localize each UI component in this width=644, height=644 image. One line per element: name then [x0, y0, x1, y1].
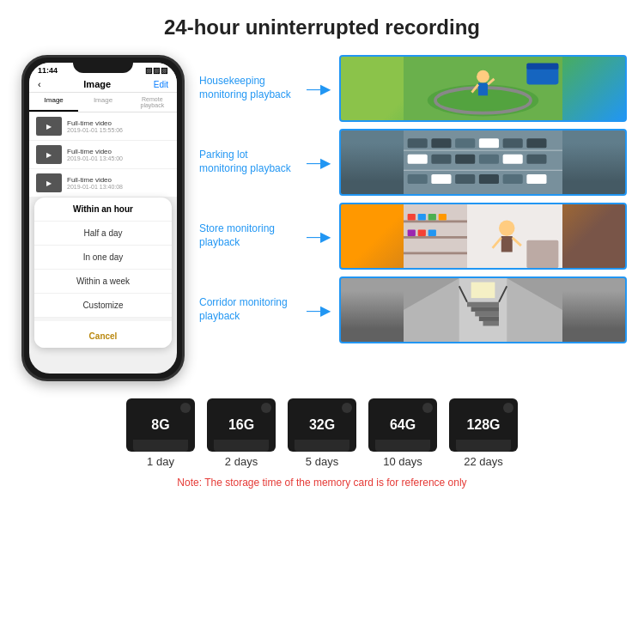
svg-rect-39: [408, 230, 416, 236]
sd-card-64g: 64G 10 days: [368, 398, 437, 468]
svg-rect-34: [404, 252, 467, 255]
phone-outer: 11:44 ▨▨▨ ‹ Image Edit Image Image: [21, 55, 185, 381]
phone-list: ▶ Full-time video 2019-01-01 15:55:06 ▶ …: [29, 112, 177, 197]
dropdown-item-customize[interactable]: Customize: [34, 294, 172, 318]
phone-tab-remote[interactable]: Remote playback: [128, 93, 177, 112]
storage-section: 8G 1 day 16G 2 days 32G 5 days: [17, 398, 627, 489]
page-container: 24-hour uninterrupted recording 11:44 ▨▨…: [0, 0, 644, 644]
svg-rect-14: [455, 138, 475, 148]
phone-screen: 11:44 ▨▨▨ ‹ Image Edit Image Image: [29, 63, 177, 374]
svg-rect-17: [526, 138, 546, 148]
phone-notch: [73, 58, 133, 73]
item-text-3: Full-time video: [67, 176, 123, 184]
label-corridor: Corridor monitoringplayback: [199, 296, 298, 323]
sd-label-8g: 8G: [151, 417, 169, 433]
arrow-store: —▶: [307, 228, 331, 245]
sd-card-128g: 128G 22 days: [449, 398, 518, 468]
list-item: ▶ Full-time video 2019-01-01 13:40:08: [29, 169, 177, 197]
list-item: ▶ Full-time video 2019-01-01 15:55:06: [29, 112, 177, 141]
dropdown-item-halfday[interactable]: Half a day: [34, 222, 172, 246]
sd-label-64g: 64G: [390, 417, 416, 433]
phone-tab-image2[interactable]: Image: [78, 93, 127, 112]
image-store: [339, 203, 627, 270]
svg-rect-43: [501, 236, 513, 252]
image-corridor: [339, 276, 627, 343]
sd-card-8g: 8G 1 day: [126, 398, 195, 468]
phone-tab-image[interactable]: Image: [29, 93, 78, 112]
arrow-parking: —▶: [307, 155, 331, 171]
svg-rect-35: [408, 214, 416, 220]
svg-rect-13: [431, 138, 451, 148]
thumb-3: ▶: [36, 173, 62, 192]
sd-card-16g: 16G 2 days: [207, 398, 276, 468]
svg-rect-46: [526, 240, 558, 268]
item-text-2: Full-time video: [67, 148, 123, 155]
svg-rect-53: [475, 312, 499, 317]
sd-days-64g: 10 days: [383, 455, 422, 468]
thumb-2: ▶: [36, 145, 62, 164]
item-time-2: 2019-01-01 13:45:00: [67, 155, 123, 161]
svg-rect-25: [431, 174, 451, 184]
svg-rect-29: [526, 174, 546, 184]
svg-rect-16: [503, 138, 523, 148]
dropdown-item-oneday[interactable]: In one day: [34, 246, 172, 270]
svg-rect-18: [408, 155, 428, 164]
sd-card-img-16g: 16G: [207, 398, 276, 452]
image-housekeeping: [339, 55, 627, 122]
phone-edit-button[interactable]: Edit: [154, 80, 168, 89]
phone-back-icon: ‹: [38, 79, 41, 89]
item-time-1: 2019-01-01 15:55:06: [67, 127, 123, 133]
svg-rect-15: [479, 138, 499, 148]
main-content: 11:44 ▨▨▨ ‹ Image Edit Image Image: [17, 55, 627, 381]
dropdown-item-week[interactable]: Within a week: [34, 270, 172, 294]
svg-rect-55: [483, 321, 500, 326]
thumb-1: ▶: [36, 117, 62, 136]
phone-header: ‹ Image Edit: [29, 76, 177, 93]
sd-label-128g: 128G: [466, 417, 500, 433]
phone-time: 11:44: [38, 66, 58, 75]
label-store: Store monitoringplayback: [199, 222, 298, 249]
svg-rect-40: [418, 230, 426, 236]
svg-rect-41: [428, 230, 436, 236]
svg-rect-27: [479, 174, 499, 184]
list-item: ▶ Full-time video 2019-01-01 13:45:00: [29, 141, 177, 169]
sd-card-img-8g: 8G: [126, 398, 195, 452]
arrow-housekeeping: —▶: [307, 81, 331, 97]
svg-rect-24: [408, 174, 428, 184]
svg-rect-32: [404, 221, 467, 223]
svg-rect-38: [439, 214, 447, 220]
monitoring-row-parking: Parking lotmonitoring playback —▶: [199, 129, 627, 196]
phone-tabs: Image Image Remote playback: [29, 93, 177, 112]
svg-rect-8: [526, 63, 558, 69]
sd-card-32g: 32G 5 days: [288, 398, 356, 468]
item-text-1: Full-time video: [67, 119, 123, 127]
phone-header-title: Image: [83, 79, 111, 89]
svg-rect-19: [431, 155, 451, 164]
svg-rect-22: [503, 155, 523, 164]
sd-card-img-64g: 64G: [368, 398, 437, 452]
svg-rect-28: [503, 174, 523, 184]
cards-row: 8G 1 day 16G 2 days 32G 5 days: [126, 398, 518, 468]
svg-point-3: [477, 70, 489, 83]
monitoring-row-store: Store monitoringplayback —▶: [199, 203, 627, 270]
svg-rect-26: [455, 174, 475, 184]
phone-section: 11:44 ▨▨▨ ‹ Image Edit Image Image: [17, 55, 189, 381]
svg-rect-23: [526, 155, 546, 164]
dropdown-cancel-button[interactable]: Cancel: [34, 325, 172, 348]
phone-dropdown: Within an hour Half a day In one day Wit…: [34, 197, 172, 348]
sd-card-img-32g: 32G: [288, 398, 356, 452]
svg-rect-52: [471, 307, 499, 312]
sd-days-128g: 22 days: [464, 455, 503, 468]
svg-rect-51: [467, 302, 499, 307]
svg-rect-33: [404, 236, 467, 239]
sd-card-img-128g: 128G: [449, 398, 518, 452]
svg-rect-4: [478, 83, 488, 96]
svg-rect-54: [479, 316, 499, 321]
svg-point-42: [499, 221, 515, 237]
svg-rect-36: [418, 214, 426, 220]
label-housekeeping: Housekeepingmonitoring playback: [199, 75, 298, 101]
sd-label-32g: 32G: [309, 417, 335, 433]
sd-days-16g: 2 days: [225, 455, 258, 468]
dropdown-item-hour[interactable]: Within an hour: [34, 197, 172, 222]
svg-rect-58: [471, 283, 495, 299]
